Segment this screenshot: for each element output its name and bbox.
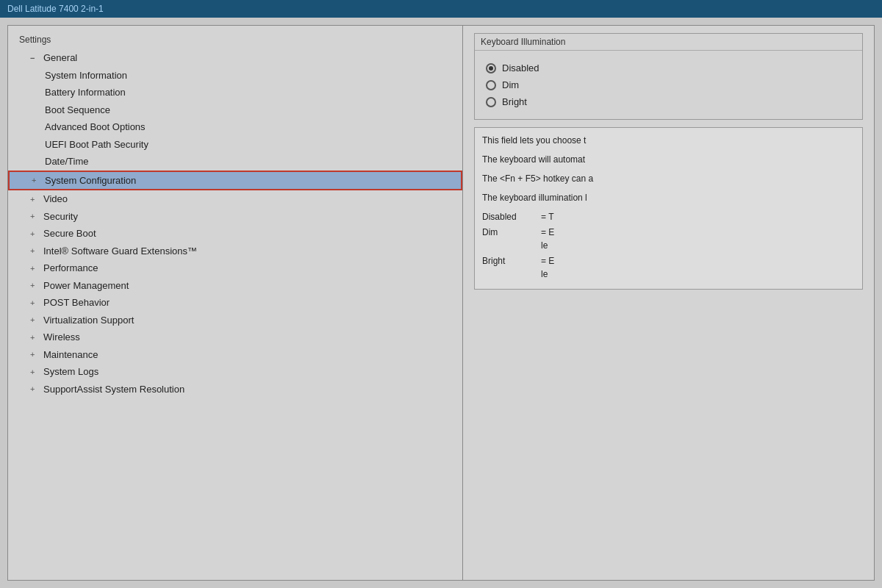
radio-label-disabled: Disabled [502,62,539,74]
keyboard-illumination-section: Keyboard Illumination Disabled Dim [474,33,863,120]
desc-val-disabled: = T [541,210,553,223]
plus-icon-system-logs: + [30,366,40,379]
tree-item-maintenance[interactable]: + Maintenance [8,346,462,364]
keyboard-illumination-radio-group: Disabled Dim Bright [475,51,862,119]
plus-icon-secure-boot: + [30,228,40,240]
tree-item-system-configuration[interactable]: + System Configuration [8,171,462,191]
tree-label-advanced-boot-options: Advanced Boot Options [45,120,146,135]
title-bar: Dell Latitude 7400 2-in-1 [0,0,882,18]
tree-label-power-management: Power Management [43,279,129,293]
arrow-indicator: ↓ [7,147,8,169]
plus-icon-intel-sgx: + [30,245,40,257]
tree-item-general[interactable]: − General [8,49,462,67]
radio-circle-bright [486,97,496,107]
tree-label-system-information: System Information [45,68,127,83]
tree-label-supportassist: SupportAssist System Resolution [43,382,184,397]
description-line-1: This field lets you choose t [482,134,855,147]
tree-item-date-time[interactable]: ↓ Date/Time [8,153,462,171]
right-panel: Keyboard Illumination Disabled Dim [463,25,875,581]
description-line-4: The keyboard illumination l [482,191,855,204]
tree-label-battery-information: Battery Information [45,85,126,100]
tree-item-system-information[interactable]: System Information [8,67,462,85]
description-table: Disabled = T Dim = Ele Bright = Ele [482,210,855,281]
tree-label-secure-boot: Secure Boot [43,226,96,241]
tree-item-boot-sequence[interactable]: Boot Sequence [8,101,462,119]
tree-label-uefi-boot-path-security: UEFI Boot Path Security [45,137,148,152]
radio-item-dim[interactable]: Dim [486,79,851,90]
tree-label-security: Security [43,209,78,224]
tree-item-battery-information[interactable]: Battery Information [8,84,462,101]
tree-label-maintenance: Maintenance [43,348,98,362]
title-text: Dell Latitude 7400 2-in-1 [7,4,104,14]
plus-icon-performance: + [30,262,40,275]
tree-label-post-behavior: POST Behavior [43,295,110,310]
tree-label-system-configuration: System Configuration [45,173,136,188]
radio-item-disabled[interactable]: Disabled [486,62,851,74]
tree-item-security[interactable]: + Security [8,208,462,226]
main-window: Settings − General System Information Ba… [0,18,882,588]
tree-label-general: General [43,51,77,65]
plus-icon-maintenance: + [30,348,40,361]
tree-item-power-management[interactable]: + Power Management [8,277,462,295]
tree-item-virtualization-support[interactable]: + Virtualization Support [8,312,462,329]
tree-item-performance[interactable]: + Performance [8,259,462,277]
tree-item-advanced-boot-options[interactable]: Advanced Boot Options [8,118,462,136]
desc-val-dim: = Ele [541,226,554,252]
plus-icon-power-management: + [30,279,40,292]
desc-table-row-bright: Bright = Ele [482,254,855,281]
tree-item-supportassist[interactable]: + SupportAssist System Resolution [8,381,462,398]
description-box: This field lets you choose t The keyboar… [474,127,863,290]
tree-label-performance: Performance [43,261,98,276]
settings-header: Settings [8,33,462,49]
plus-icon-security: + [30,210,40,223]
plus-icon-virtualization-support: + [30,314,40,326]
tree-label-video: Video [43,192,68,207]
tree-label-boot-sequence: Boot Sequence [45,103,110,118]
radio-circle-disabled [486,63,496,74]
tree-item-video[interactable]: + Video [8,190,462,208]
right-panel-inner: Keyboard Illumination Disabled Dim [463,26,874,297]
keyboard-illumination-title: Keyboard Illumination [475,34,862,51]
radio-label-bright: Bright [502,96,527,107]
settings-tree-panel: Settings − General System Information Ba… [7,25,463,581]
desc-table-row-disabled: Disabled = T [482,210,855,223]
description-line-2: The keyboard will automat [482,153,855,166]
description-line-3: The <Fn + F5> hotkey can a [482,172,855,185]
tree-item-wireless[interactable]: + Wireless [8,329,462,346]
tree-label-system-logs: System Logs [43,365,98,379]
radio-label-dim: Dim [502,79,519,90]
tree-item-uefi-boot-path-security[interactable]: UEFI Boot Path Security [8,136,462,154]
tree-label-virtualization-support: Virtualization Support [43,313,134,328]
tree-label-intel-sgx: Intel® Software Guard Extensions™ [43,244,197,259]
desc-table-row-dim: Dim = Ele [482,226,855,252]
desc-val-bright: = Ele [541,254,554,281]
plus-icon-supportassist: + [30,383,40,395]
desc-key-disabled: Disabled [482,210,541,223]
plus-icon-wireless: + [30,331,40,344]
radio-circle-dim [486,80,496,90]
tree-label-wireless: Wireless [43,330,80,345]
plus-icon-post-behavior: + [30,297,40,309]
minus-icon: − [30,52,40,65]
radio-item-bright[interactable]: Bright [486,96,851,107]
tree-item-secure-boot[interactable]: + Secure Boot [8,225,462,243]
plus-icon-system-configuration: + [32,174,42,187]
tree-label-date-time: Date/Time [45,154,88,169]
tree-item-post-behavior[interactable]: + POST Behavior [8,294,462,312]
desc-key-bright: Bright [482,254,541,281]
tree-item-intel-sgx[interactable]: + Intel® Software Guard Extensions™ [8,243,462,260]
plus-icon-video: + [30,193,40,206]
tree-item-system-logs[interactable]: + System Logs [8,363,462,381]
desc-key-dim: Dim [482,226,541,252]
